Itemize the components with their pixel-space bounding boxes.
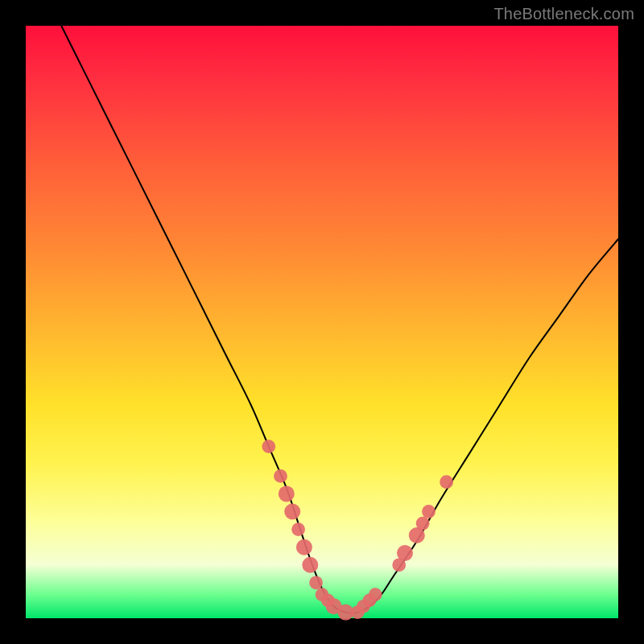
plot-area (26, 26, 618, 618)
bottleneck-curve (61, 26, 618, 613)
marker-dot (416, 517, 430, 530)
watermark-text: TheBottleneck.com (493, 5, 634, 23)
marker-dot (284, 504, 300, 520)
marker-dot (279, 485, 295, 502)
marker-dot (296, 539, 312, 555)
marker-dot (369, 588, 382, 601)
highlighted-points (262, 440, 453, 620)
marker-dot (422, 505, 436, 518)
marker-dot (440, 475, 453, 489)
marker-dot (397, 545, 413, 561)
marker-dot (262, 440, 275, 453)
chart-frame: TheBottleneck.com (0, 0, 644, 644)
marker-dot (309, 576, 323, 589)
marker-dot (302, 557, 318, 573)
marker-dot (291, 522, 305, 536)
marker-dot (274, 469, 287, 483)
curve-svg (26, 26, 618, 618)
